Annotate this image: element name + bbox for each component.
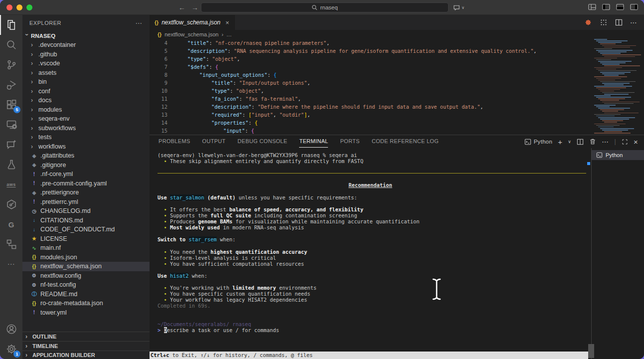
terminal-line: Switch to star_rsem when: — [158, 236, 591, 242]
sidebar-title: EXPLORER — [29, 20, 61, 26]
tree-item-workflows[interactable]: ›workflows — [22, 142, 150, 152]
tree-item-tests[interactable]: ›tests — [22, 133, 150, 142]
panel-tab-terminal[interactable]: TERMINAL — [299, 136, 328, 148]
terminal-line: Use star_salmon (default) unless you hav… — [158, 194, 591, 200]
panel-tab-code-reference-log[interactable]: CODE REFERENCE LOG — [372, 136, 439, 148]
tab-nextflow-schema-json[interactable]: {} nextflow_schema.json × — [150, 15, 235, 30]
tree-item-assets[interactable]: ›assets — [22, 68, 150, 78]
tree-item-github[interactable]: ›.github — [22, 50, 150, 59]
toggle-sidebar-icon[interactable] — [602, 3, 610, 10]
activity-source-control-button[interactable] — [0, 55, 22, 75]
dots-grid-icon[interactable] — [600, 18, 608, 26]
back-icon[interactable]: ← — [178, 3, 185, 11]
activity-extensions-button[interactable]: 5 — [0, 95, 22, 115]
settings-button[interactable]: 1 — [0, 339, 22, 359]
customize-layout-icon[interactable] — [588, 3, 596, 10]
beaker-icon — [6, 159, 17, 170]
code-line-12: 12"description": "Define where the pipel… — [150, 103, 644, 111]
tree-item-modules[interactable]: ›modules — [22, 105, 150, 115]
toggle-panel-icon[interactable] — [616, 3, 624, 10]
split-terminal-icon[interactable] — [577, 139, 584, 145]
tree-item-code-of-conduct-md[interactable]: ↓CODE_OF_CONDUCT.md — [22, 225, 150, 234]
kill-terminal-icon[interactable] — [589, 138, 596, 145]
command-center-search[interactable]: rnaseq — [201, 2, 449, 12]
tree-item-nextflow-config[interactable]: ⚙nextflow.config — [22, 271, 150, 281]
activity-gitlens-button[interactable]: G — [0, 214, 22, 234]
terminal-line — [158, 267, 591, 273]
accounts-button[interactable] — [0, 319, 22, 339]
split-editor-icon[interactable] — [615, 19, 623, 26]
tree-item-bin[interactable]: ›bin — [22, 77, 150, 87]
activity-explorer-button[interactable] — [0, 15, 22, 35]
panel-more-actions-icon[interactable]: ⋯ — [602, 138, 609, 146]
tree-item-conf[interactable]: ›conf — [22, 87, 150, 96]
editor-more-actions-icon[interactable]: ⋯ — [630, 18, 637, 26]
new-terminal-icon[interactable]: + — [558, 138, 562, 146]
tree-item-docs[interactable]: ›docs — [22, 96, 150, 105]
tree-item-prettierignore[interactable]: ◈.prettierignore — [22, 188, 150, 197]
breadcrumb[interactable]: {} nextflow_schema.json › … — [150, 30, 644, 39]
panel-tab-ports[interactable]: PORTS — [340, 136, 359, 148]
tree-item-prettierrc-yml[interactable]: !.prettierrc.yml — [22, 197, 150, 207]
file-label: nextflow.config — [40, 272, 81, 279]
tree-item-license[interactable]: ★LICENSE — [22, 234, 150, 244]
terminal-scrollbar-thumb[interactable] — [588, 344, 594, 358]
activity-diagram-extension-button[interactable] — [0, 234, 22, 254]
code-area: 4"title": "nf-core/rnaseq pipeline param… — [150, 39, 644, 135]
section-timeline[interactable]: ›TIMELINE — [22, 341, 150, 351]
copilot-menu-button[interactable]: ∨ — [453, 2, 465, 13]
activity-chat-button[interactable] — [0, 135, 22, 155]
tree-item-vscode[interactable]: ›.vscode — [22, 59, 150, 68]
line-number: 13 — [150, 111, 167, 119]
section-application-builder[interactable]: ›APPLICATION BUILDER — [22, 351, 150, 359]
tree-item-main-nf[interactable]: ∿main.nf — [22, 243, 150, 253]
tree-item-tower-yml[interactable]: !tower.yml — [22, 308, 150, 318]
chat-sparkle-icon — [6, 139, 17, 150]
activity-run-debug-button[interactable] — [0, 75, 22, 95]
tree-root-rnaseq[interactable]: › RNASEQ — [22, 31, 150, 40]
extension-starburst-icon[interactable] — [584, 18, 592, 26]
panel-tab-output[interactable]: OUTPUT — [202, 136, 226, 148]
tree-item-changelog-md[interactable]: ◷CHANGELOG.md — [22, 206, 150, 216]
toggle-secondary-sidebar-icon[interactable] — [630, 3, 638, 10]
close-panel-icon[interactable]: × — [634, 138, 638, 146]
minimize-window-button[interactable] — [16, 4, 22, 10]
tree-item-seqera-env[interactable]: ›seqera-env — [22, 114, 150, 124]
tree-item-subworkflows[interactable]: ›subworkflows — [22, 124, 150, 133]
terminal-list-item-python[interactable]: Python — [592, 150, 644, 160]
explorer-more-actions-icon[interactable]: ⋯ — [136, 19, 143, 27]
panel-tab-problems[interactable]: PROBLEMS — [159, 136, 190, 148]
terminal-dropdown-icon[interactable]: ∨ — [568, 139, 571, 144]
activity-aws-button[interactable]: aws — [0, 175, 22, 194]
tree-item-devcontainer[interactable]: ›.devcontainer — [22, 40, 150, 50]
activity-hexagon-extension-button[interactable] — [0, 194, 22, 214]
json-file-icon: {} — [31, 254, 37, 260]
activity-more-button[interactable]: ⋯ — [0, 254, 22, 274]
code-line-10: 10"type": "object", — [150, 87, 644, 95]
maximize-window-button[interactable] — [26, 4, 32, 10]
forward-icon[interactable]: → — [191, 3, 198, 11]
minimap[interactable] — [593, 39, 637, 135]
panel-tab-debug-console[interactable]: DEBUG CONSOLE — [238, 136, 288, 148]
terminal-profile[interactable]: Python — [524, 139, 553, 145]
tree-item-nextflow-schema-json[interactable]: {}nextflow_schema.json — [22, 262, 150, 271]
close-window-button[interactable] — [6, 4, 12, 10]
tree-item-citations-md[interactable]: ↓CITATIONS.md — [22, 216, 150, 225]
tree-item-modules-json[interactable]: {}modules.json — [22, 253, 150, 262]
section-outline[interactable]: ›OUTLINE — [22, 332, 150, 341]
line-number: 11 — [150, 95, 167, 103]
activity-search-button[interactable] — [0, 35, 22, 55]
tree-item-ro-crate-metadata-json[interactable]: {}ro-crate-metadata.json — [22, 299, 150, 308]
terminal[interactable]: (seqera-env) llewelyn-van-der-berg@KTW2Y… — [150, 148, 591, 359]
activity-remote-explorer-button[interactable] — [0, 115, 22, 135]
close-tab-icon[interactable]: × — [225, 19, 229, 26]
maximize-panel-icon[interactable] — [622, 139, 628, 145]
tree-item-pre-commit-config-yaml[interactable]: !.pre-commit-config.yaml — [22, 179, 150, 188]
tree-item-gitattributes[interactable]: ◈.gitattributes — [22, 151, 150, 161]
tree-item-gitignore[interactable]: ◈.gitignore — [22, 161, 150, 170]
tree-item-nf-core-yml[interactable]: !.nf-core.yml — [22, 170, 150, 179]
tree-item-readme-md[interactable]: ⓘREADME.md — [22, 290, 150, 299]
activity-testing-button[interactable] — [0, 155, 22, 175]
code-editor[interactable]: 4"title": "nf-core/rnaseq pipeline param… — [150, 39, 644, 135]
tree-item-nf-test-config[interactable]: ⚙nf-test.config — [22, 280, 150, 290]
